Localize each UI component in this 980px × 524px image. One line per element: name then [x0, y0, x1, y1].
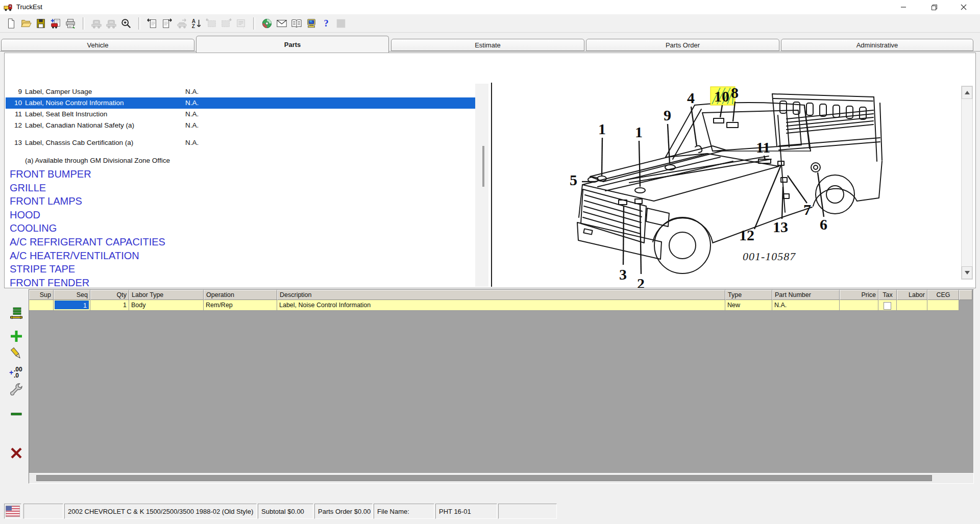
- list-scrollbar[interactable]: [475, 84, 488, 287]
- cell-price[interactable]: [840, 300, 878, 311]
- truck-view-previous-button: [89, 16, 103, 30]
- cell-sup[interactable]: [29, 300, 54, 311]
- tax-checkbox[interactable]: [884, 302, 891, 310]
- minimize-button[interactable]: [892, 0, 915, 14]
- category-link-grille[interactable]: GRILLE: [10, 182, 46, 194]
- tab-parts-order[interactable]: Parts Order: [586, 39, 779, 51]
- callout-10[interactable]: 10: [714, 88, 729, 105]
- page-previous-button[interactable]: [145, 16, 159, 30]
- callout-1[interactable]: 1: [598, 120, 606, 137]
- scroll-up-button[interactable]: [962, 86, 972, 99]
- callout-3[interactable]: 3: [619, 266, 627, 283]
- column-header-labor: Labor: [897, 290, 927, 300]
- svg-text:?: ?: [324, 18, 328, 29]
- callout-11[interactable]: 11: [756, 139, 770, 156]
- cell-ceg[interactable]: [927, 300, 959, 311]
- cell-type[interactable]: New: [725, 300, 772, 311]
- grid-row[interactable]: 11BodyRem/RepLabel, Noise Control Inform…: [29, 300, 973, 311]
- down-arrow-icon: [965, 271, 970, 275]
- delete-line-button[interactable]: [8, 445, 24, 461]
- callout-5[interactable]: 5: [570, 171, 577, 188]
- parts-list-row-12[interactable]: 12Label, Canadian National Safety (a)N.A…: [6, 120, 477, 131]
- cell-qty[interactable]: 1: [90, 300, 129, 311]
- cell-labor[interactable]: [897, 300, 927, 311]
- tab-administrative[interactable]: Administrative: [781, 39, 973, 51]
- add-line-button[interactable]: [8, 328, 24, 344]
- callout-13[interactable]: 13: [773, 218, 788, 235]
- sort-button[interactable]: AZ: [189, 16, 203, 30]
- cell-seq[interactable]: 1: [54, 300, 90, 311]
- status-bar: 2002 CHEVROLET C & K 1500/2500/3500 1988…: [0, 504, 980, 519]
- grid-empty-area: [29, 311, 973, 473]
- toolbar-separator: [253, 17, 255, 30]
- edit-line-button[interactable]: [8, 345, 24, 362]
- grid-hscrollbar-thumb[interactable]: [36, 475, 932, 481]
- svg-text:+: +: [9, 368, 13, 377]
- print-button[interactable]: [63, 16, 77, 30]
- tab-vehicle[interactable]: Vehicle: [1, 39, 194, 51]
- price-decimals-button[interactable]: +.00.0: [8, 364, 24, 380]
- callout-7[interactable]: 7: [803, 201, 811, 218]
- callout-8[interactable]: 8: [731, 85, 739, 101]
- parts-lines-button[interactable]: [8, 305, 24, 321]
- truck-diagram[interactable]: 511941081132121376 001-10587: [493, 85, 961, 288]
- callout-12[interactable]: 12: [739, 227, 754, 243]
- callout-leader-line: [623, 206, 624, 265]
- svg-text:.0: .0: [14, 372, 19, 379]
- save-button[interactable]: [34, 16, 47, 30]
- computer-button[interactable]: [304, 16, 318, 30]
- cell-tax[interactable]: [878, 300, 897, 311]
- new-document-icon: [6, 18, 17, 29]
- new-document-button[interactable]: [4, 16, 18, 30]
- parts-book-icon: [291, 18, 302, 29]
- category-link-hood[interactable]: HOOD: [10, 209, 40, 221]
- callout-2[interactable]: 2: [637, 275, 645, 288]
- parts-list-row-10[interactable]: 10Label, Noise Control InformationN.A.: [6, 97, 477, 109]
- category-link-a-c-refrigerant-capacities[interactable]: A/C REFRIGERANT CAPACITIES: [10, 236, 165, 248]
- category-link-stripe-tape[interactable]: STRIPE TAPE: [10, 263, 75, 276]
- email-button[interactable]: [275, 16, 288, 30]
- parts-book-button[interactable]: [289, 16, 303, 30]
- cell-part-number[interactable]: N.A.: [772, 300, 840, 311]
- email-icon: [276, 18, 287, 29]
- list-scrollbar-thumb[interactable]: [482, 146, 484, 187]
- remove-line-button[interactable]: [8, 406, 24, 422]
- close-button[interactable]: [952, 0, 975, 14]
- category-link-front-bumper[interactable]: FRONT BUMPER: [10, 168, 91, 181]
- category-link-front-lamps[interactable]: FRONT LAMPS: [10, 195, 82, 208]
- help-button[interactable]: ?: [319, 16, 333, 30]
- cell-labor-type[interactable]: Body: [129, 300, 204, 311]
- main-toolbar: AZ,?: [0, 14, 980, 33]
- image-previous-icon: [206, 18, 217, 29]
- parts-catalog-cd-button[interactable]: [260, 16, 274, 30]
- category-link-a-c-heater-ventilation[interactable]: A/C HEATER/VENTILATION: [10, 250, 139, 262]
- callout-6[interactable]: 6: [820, 216, 827, 233]
- price-decimals-icon: +.00.0: [9, 365, 23, 379]
- new-vehicle-estimate-button[interactable]: [48, 16, 62, 30]
- row-number: 9: [8, 88, 22, 95]
- app-truck-icon: [4, 3, 13, 12]
- page-next-button[interactable]: [160, 16, 174, 30]
- column-header-filler: [959, 290, 972, 300]
- callout-4[interactable]: 4: [687, 89, 695, 106]
- scroll-down-button[interactable]: [962, 266, 972, 279]
- diagram-scrollbar[interactable]: [961, 86, 973, 280]
- tab-parts[interactable]: Parts: [196, 36, 389, 53]
- restore-button[interactable]: [922, 0, 946, 14]
- cell-operation[interactable]: Rem/Rep: [204, 300, 277, 311]
- category-link-front-fender[interactable]: FRONT FENDER: [10, 277, 89, 289]
- grid-hscrollbar[interactable]: [29, 473, 973, 483]
- zoom-in-button[interactable]: [119, 16, 133, 30]
- open-file-button[interactable]: [19, 16, 33, 30]
- callout-1[interactable]: 1: [635, 123, 643, 140]
- row-number: 11: [8, 110, 22, 118]
- category-link-cooling[interactable]: COOLING: [10, 222, 57, 235]
- parts-list-row-9[interactable]: 9Label, Camper UsageN.A.: [6, 86, 477, 97]
- cell-description[interactable]: Label, Noise Control Information: [277, 300, 725, 311]
- tab-estimate[interactable]: Estimate: [391, 39, 584, 51]
- adjust-tools-button[interactable]: [8, 381, 24, 397]
- parts-list-row-11[interactable]: 11Label, Seat Belt InstructionN.A.: [6, 109, 477, 120]
- callout-leader-line: [788, 176, 807, 203]
- callout-9[interactable]: 9: [664, 107, 671, 123]
- parts-list-row-13[interactable]: 13Label, Chassis Cab Certification (a)N.…: [6, 137, 477, 148]
